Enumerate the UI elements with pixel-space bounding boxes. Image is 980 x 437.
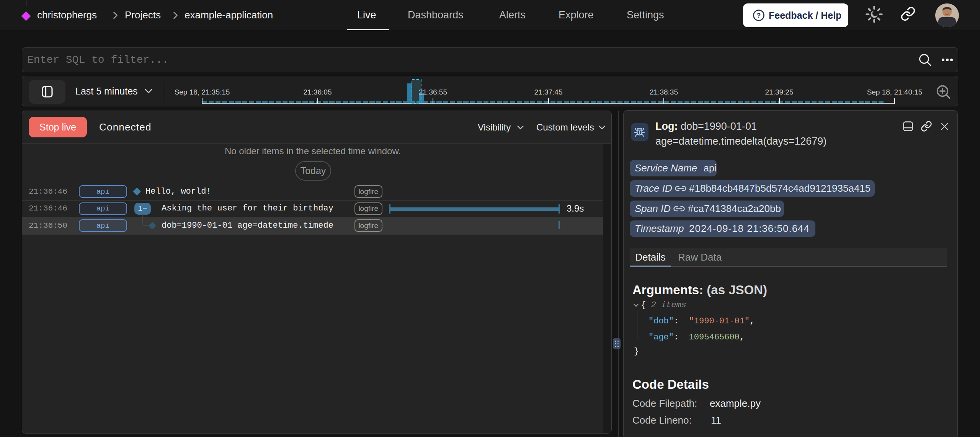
- svg-text:?: ?: [757, 12, 761, 19]
